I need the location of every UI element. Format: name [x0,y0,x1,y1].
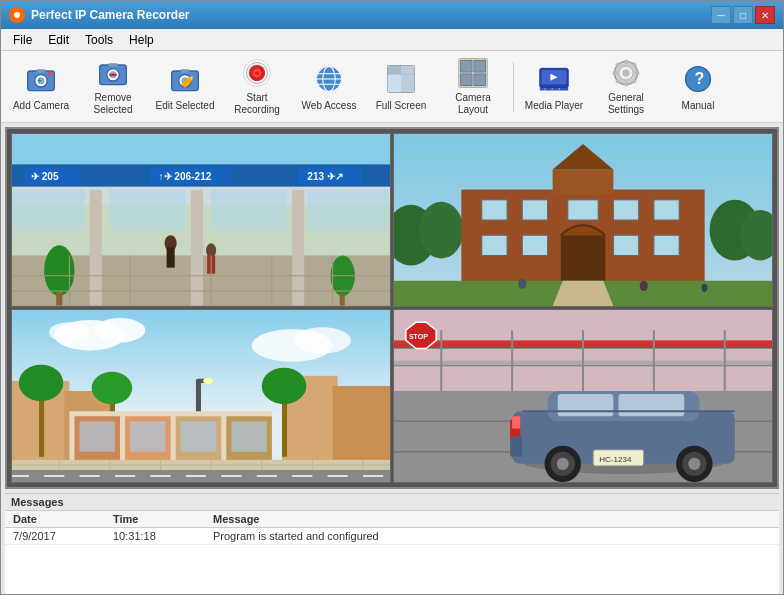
svg-rect-143 [130,421,165,451]
svg-rect-71 [90,190,102,306]
svg-rect-51 [624,82,628,86]
svg-rect-79 [56,291,62,306]
camera-cell-3[interactable] [11,309,391,483]
svg-text:+: + [37,77,41,85]
svg-rect-38 [461,74,473,86]
svg-point-131 [92,372,132,404]
svg-point-129 [19,365,64,401]
svg-text:HC-1234: HC-1234 [599,455,632,464]
web-access-label: Web Access [302,100,357,112]
svg-rect-145 [231,421,266,451]
toolbar-separator [513,62,514,112]
svg-rect-177 [618,394,684,416]
svg-point-78 [44,245,74,296]
toolbar: + Add Camera Remove Selected [1,51,783,123]
camera-cell-1[interactable]: ✈ 205 ↑✈ 206-212 213 ✈↗ [11,133,391,307]
messages-table: Date Time Message 7/9/2017 10:31:18 Prog… [5,511,779,594]
camera-cell-2[interactable] [393,133,773,307]
svg-rect-101 [482,200,507,220]
general-settings-button[interactable]: General Settings [592,56,660,118]
main-window: Perfect IP Camera Recorder ─ □ ✕ File Ed… [0,0,784,595]
window-controls: ─ □ ✕ [711,6,775,24]
start-recording-button[interactable]: Start Recording [223,56,291,118]
manual-icon: ? [680,61,716,97]
svg-point-136 [203,378,213,384]
menu-file[interactable]: File [5,31,40,49]
svg-point-115 [518,279,526,289]
svg-point-96 [419,202,464,259]
remove-selected-label: Remove Selected [82,92,144,116]
svg-text:✈ 205: ✈ 205 [31,171,59,182]
svg-point-123 [294,327,351,353]
svg-rect-5 [37,69,46,73]
full-screen-button[interactable]: Full Screen [367,56,435,118]
svg-rect-11 [109,63,118,67]
web-access-icon [311,61,347,97]
row-date: 7/9/2017 [5,528,105,545]
svg-rect-34 [401,75,414,93]
camera-layout-label: Camera Layout [442,92,504,116]
svg-rect-105 [654,200,679,220]
svg-rect-176 [558,394,614,416]
general-settings-label: General Settings [595,92,657,116]
row-time: 10:31:18 [105,528,205,545]
media-player-label: Media Player [525,100,583,112]
svg-rect-106 [482,235,507,255]
maximize-button[interactable]: □ [733,6,753,24]
title-bar: Perfect IP Camera Recorder ─ □ ✕ [1,1,783,29]
svg-rect-75 [167,247,175,267]
add-camera-label: Add Camera [13,100,69,112]
svg-rect-104 [613,200,638,220]
svg-text:?: ? [694,70,704,87]
svg-rect-180 [512,416,520,428]
menu-bar: File Edit Tools Help [1,29,783,51]
svg-rect-109 [654,235,679,255]
add-camera-button[interactable]: + Add Camera [7,56,75,118]
row-message: Program is started and configured [205,528,779,545]
remove-selected-button[interactable]: Remove Selected [79,56,147,118]
camera-grid: ✈ 205 ↑✈ 206-212 213 ✈↗ [5,127,779,489]
svg-point-183 [557,458,569,470]
main-content: ✈ 205 ↑✈ 206-212 213 ✈↗ [1,123,783,594]
menu-tools[interactable]: Tools [77,31,121,49]
col-time: Time [105,511,205,528]
svg-point-1 [14,12,20,18]
messages-panel: Messages Date Time Message 7/9/2017 10:3… [5,493,779,594]
svg-rect-37 [474,61,486,73]
media-player-button[interactable]: Media Player [520,56,588,118]
menu-edit[interactable]: Edit [40,31,77,49]
svg-rect-73 [292,190,304,306]
menu-help[interactable]: Help [121,31,162,49]
start-recording-icon [239,57,275,89]
svg-rect-32 [401,66,414,75]
web-access-button[interactable]: Web Access [295,56,363,118]
manual-button[interactable]: ? Manual [664,56,732,118]
svg-point-186 [688,458,700,470]
svg-text:STOP: STOP [409,333,428,341]
svg-marker-114 [553,281,614,306]
svg-point-121 [49,322,89,342]
svg-rect-36 [461,61,473,73]
add-camera-icon: + [23,61,59,97]
svg-rect-31 [388,66,401,75]
camera-layout-button[interactable]: Camera Layout [439,56,507,118]
col-date: Date [5,511,105,528]
svg-rect-108 [613,235,638,255]
svg-text:↑✈ 206-212: ↑✈ 206-212 [158,171,211,182]
svg-point-120 [95,318,146,342]
svg-point-116 [640,281,648,291]
camera-cell-4[interactable]: STOP [393,309,773,483]
svg-rect-93 [307,190,388,230]
svg-point-6 [48,72,52,76]
svg-point-76 [206,243,216,257]
svg-rect-81 [340,294,345,306]
svg-rect-91 [110,190,186,230]
svg-rect-43 [540,88,568,91]
close-button[interactable]: ✕ [755,6,775,24]
svg-rect-33 [388,75,401,93]
edit-selected-button[interactable]: Edit Selected [151,56,219,118]
full-screen-icon [383,61,419,97]
minimize-button[interactable]: ─ [711,6,731,24]
svg-rect-90 [12,190,85,230]
manual-label: Manual [682,100,715,112]
